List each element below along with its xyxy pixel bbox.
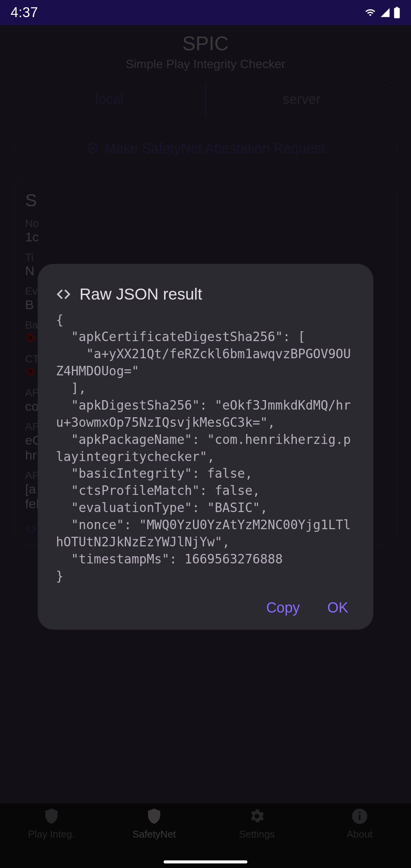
copy-button[interactable]: Copy (266, 600, 300, 616)
raw-json-dialog: Raw JSON result { "apkCertificateDigestS… (38, 264, 373, 630)
status-icons (364, 7, 400, 18)
cell-signal-icon (380, 7, 390, 18)
code-icon (56, 287, 71, 302)
ok-button[interactable]: OK (327, 600, 348, 616)
dialog-title: Raw JSON result (80, 285, 202, 303)
dialog-scrim[interactable]: Raw JSON result { "apkCertificateDigestS… (0, 25, 411, 868)
dialog-json-body: { "apkCertificateDigestSha256": [ "a+yXX… (56, 312, 355, 585)
status-bar: 4:37 (0, 0, 411, 25)
status-time: 4:37 (11, 5, 38, 21)
gesture-bar (164, 860, 247, 863)
battery-icon (393, 7, 400, 18)
wifi-icon (364, 7, 377, 18)
